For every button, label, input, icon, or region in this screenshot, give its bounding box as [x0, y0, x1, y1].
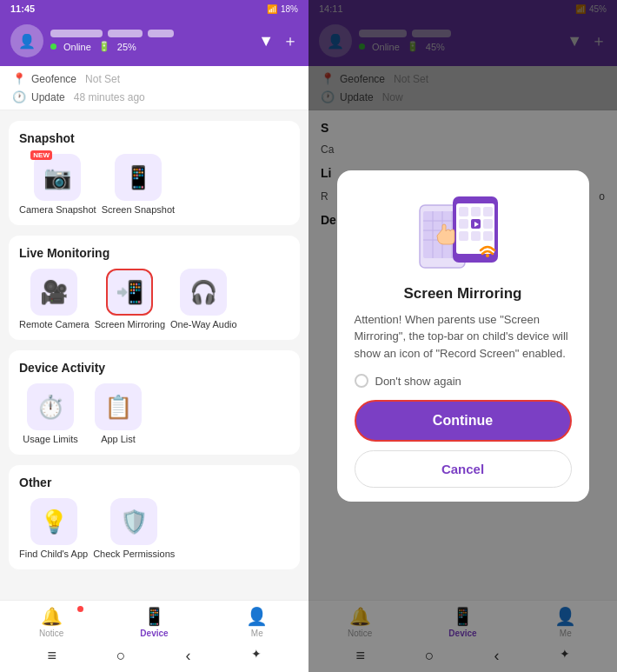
dont-show-again-checkbox[interactable]	[355, 374, 368, 388]
cancel-button[interactable]: Cancel	[355, 450, 572, 488]
app-list-label: App List	[101, 434, 136, 444]
notice-icon: 🔔	[41, 606, 63, 627]
check-permissions-icon-box: 🛡️	[110, 498, 157, 545]
snapshot-grid: 📷 NEW Camera Snapshot 📱 Screen Snapshot	[19, 154, 289, 215]
left-system-bar: ≡ ○ ‹ ✦	[0, 642, 308, 672]
battery-level: 25%	[117, 42, 136, 52]
remote-camera-icon: 🎥	[40, 279, 68, 306]
screen-snapshot-icon-box: 📱	[115, 154, 162, 201]
phone-illustration-svg	[411, 188, 515, 275]
camera-snapshot-icon-box: 📷 NEW	[34, 154, 81, 201]
left-header: 👤 Online 🔋 25% ▼ ＋	[0, 17, 308, 66]
menu-icon[interactable]: ≡	[47, 647, 56, 665]
assist-icon[interactable]: ✦	[251, 647, 262, 665]
usage-limits-icon-box: ⏱️	[27, 383, 74, 430]
other-title: Other	[19, 476, 289, 489]
camera-snapshot-icon: 📷	[43, 164, 71, 191]
notice-badge	[77, 606, 83, 612]
notice-label: Notice	[39, 629, 63, 638]
add-icon[interactable]: ＋	[282, 30, 298, 51]
svg-rect-16	[459, 231, 468, 241]
dropdown-icon[interactable]: ▼	[258, 32, 274, 50]
update-item: 🕐 Update 48 minutes ago	[12, 88, 296, 106]
usage-limits-item[interactable]: ⏱️ Usage Limits	[19, 383, 82, 444]
dont-show-again-label: Don't show again	[375, 375, 461, 388]
app-list-item[interactable]: 📋 App List	[87, 383, 149, 444]
geofence-icon: 📍	[12, 72, 26, 85]
snapshot-title: Snapshot	[19, 131, 289, 145]
svg-rect-10	[459, 207, 468, 216]
screen-mirroring-item[interactable]: 📲 Screen Mirroring	[95, 269, 165, 329]
svg-rect-12	[483, 207, 493, 216]
svg-rect-17	[471, 231, 481, 241]
me-icon: 👤	[246, 606, 268, 627]
check-permissions-icon: 🛡️	[120, 509, 148, 536]
one-way-audio-label: One-Way Audio	[170, 319, 237, 329]
svg-rect-11	[471, 207, 481, 216]
name-block-1	[50, 30, 103, 37]
live-monitoring-title: Live Monitoring	[19, 246, 289, 260]
screen-mirroring-icon: 📲	[116, 279, 143, 306]
screen-snapshot-label: Screen Snapshot	[102, 204, 175, 215]
svg-point-20	[486, 254, 489, 257]
wifi-icon: 📶	[267, 4, 277, 14]
left-status-bar: 11:45 📶 18%	[0, 0, 308, 17]
update-icon: 🕐	[12, 90, 26, 103]
back-icon[interactable]: ‹	[186, 647, 191, 665]
battery-text: 18%	[281, 4, 298, 14]
modal-title: Screen Mirroring	[403, 285, 521, 303]
one-way-audio-item[interactable]: 🎧 One-Way Audio	[170, 269, 237, 329]
check-permissions-label: Check Permissions	[93, 549, 175, 559]
geofence-item: 📍 Geofence Not Set	[12, 70, 296, 88]
remote-camera-icon-box: 🎥	[30, 269, 77, 316]
left-header-status: Online 🔋 25%	[50, 41, 251, 52]
app-list-icon: 📋	[104, 394, 132, 421]
name-block-3	[148, 30, 174, 37]
camera-snapshot-label: Camera Snapshot	[19, 204, 96, 215]
left-avatar: 👤	[10, 24, 43, 57]
online-label: Online	[63, 42, 91, 52]
find-childs-app-icon-box: 💡	[30, 498, 77, 545]
update-label: Update	[31, 91, 65, 103]
find-childs-app-label: Find Child's App	[19, 549, 88, 559]
modal-checkbox-row: Don't show again	[355, 374, 572, 388]
camera-snapshot-item[interactable]: 📷 NEW Camera Snapshot	[19, 154, 96, 215]
screen-snapshot-icon: 📱	[124, 164, 152, 191]
device-activity-grid: ⏱️ Usage Limits 📋 App List	[19, 383, 289, 444]
check-permissions-item[interactable]: 🛡️ Check Permissions	[93, 498, 175, 559]
device-activity-section: Device Activity ⏱️ Usage Limits 📋 App Li…	[9, 350, 300, 455]
nav-me[interactable]: 👤 Me	[206, 606, 308, 638]
right-panel: 14:11 📶 45% 👤 Online 🔋 45%	[308, 0, 617, 672]
device-activity-title: Device Activity	[19, 361, 289, 375]
nav-notice[interactable]: 🔔 Notice	[0, 606, 103, 638]
remote-camera-item[interactable]: 🎥 Remote Camera	[19, 269, 90, 329]
device-icon: 📱	[143, 606, 165, 627]
svg-rect-13	[459, 219, 468, 229]
live-monitoring-section: Live Monitoring 🎥 Remote Camera 📲 Screen…	[9, 236, 300, 340]
nav-device[interactable]: 📱 Device	[103, 606, 205, 638]
device-label: Device	[140, 629, 168, 638]
me-label: Me	[251, 629, 263, 638]
left-header-info: Online 🔋 25%	[50, 30, 251, 52]
name-block-2	[108, 30, 143, 37]
screen-mirroring-label: Screen Mirroring	[95, 319, 165, 329]
app-list-icon-box: 📋	[95, 383, 142, 430]
home-icon[interactable]: ○	[116, 647, 126, 665]
screen-mirroring-icon-box: 📲	[106, 269, 153, 316]
geofence-label: Geofence	[31, 73, 76, 85]
other-grid: 💡 Find Child's App 🛡️ Check Permissions	[19, 498, 289, 559]
screen-snapshot-item[interactable]: 📱 Screen Snapshot	[102, 154, 175, 215]
find-childs-app-item[interactable]: 💡 Find Child's App	[19, 498, 88, 559]
snapshot-section: Snapshot 📷 NEW Camera Snapshot 📱 Screen …	[9, 121, 300, 225]
live-monitoring-grid: 🎥 Remote Camera 📲 Screen Mirroring 🎧 One…	[19, 269, 289, 329]
continue-button[interactable]: Continue	[355, 400, 572, 442]
usage-limits-label: Usage Limits	[23, 434, 78, 444]
update-value: 48 minutes ago	[74, 91, 145, 103]
one-way-audio-icon-box: 🎧	[180, 269, 227, 316]
modal-overlay: Screen Mirroring Attention! When parents…	[308, 0, 617, 672]
one-way-audio-icon: 🎧	[189, 279, 217, 306]
online-indicator	[50, 43, 56, 50]
modal-body: Attention! When parents use "Screen Mirr…	[355, 311, 572, 363]
new-badge: NEW	[30, 150, 52, 160]
svg-rect-18	[483, 231, 493, 241]
